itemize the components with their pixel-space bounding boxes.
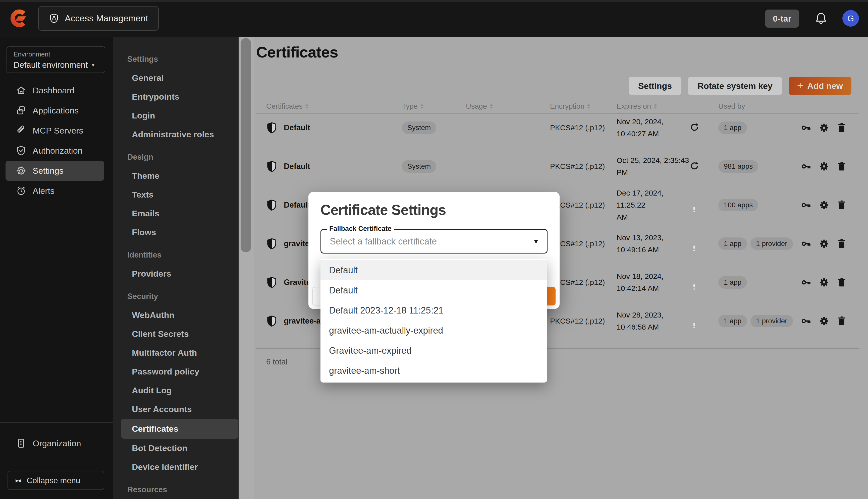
primary-sidebar: Environment Default environment ▾ Dashbo… (0, 37, 113, 499)
submenu-item-device-identifier[interactable]: Device Identifier (113, 458, 239, 476)
sidebar-item-alerts[interactable]: Alerts (0, 181, 113, 201)
trash-icon[interactable] (836, 200, 847, 210)
primary-nav: Dashboard Applications MCP Servers Autho… (0, 80, 113, 201)
renew-icon (689, 161, 699, 171)
add-new-button[interactable]: + Add new (788, 77, 852, 95)
key-icon[interactable] (801, 122, 812, 133)
fallback-certificate-select[interactable]: Fallback Certificate Select a fallback c… (321, 229, 547, 254)
product-name: Access Management (65, 13, 148, 23)
key-icon[interactable] (801, 316, 812, 326)
certificate-shield-icon (266, 161, 277, 172)
submenu-item-password-policy[interactable]: Password policy (113, 362, 239, 381)
gear-icon[interactable] (819, 239, 829, 249)
trash-icon[interactable] (836, 316, 847, 326)
option-default-dated[interactable]: Default 2023-12-18 11:25:21 (321, 301, 547, 320)
table-row[interactable]: Default System PKCS#12 (.p12) Oct 25, 20… (266, 147, 859, 186)
environment-selector[interactable]: Environment Default environment ▾ (7, 46, 105, 73)
expires-on: Nov 20, 2024,10:40:27 AM (617, 116, 689, 140)
sidebar-divider (0, 422, 113, 423)
product-switcher[interactable]: Access Management (38, 6, 159, 31)
sidebar-item-applications[interactable]: Applications (0, 100, 113, 121)
organization-icon (15, 438, 27, 449)
encryption-value: PKCS#12 (.p12) (550, 162, 617, 171)
submenu-item-flows[interactable]: Flows (113, 223, 239, 242)
submenu-item-general[interactable]: General (113, 69, 239, 87)
expires-on: Oct 25, 2024, 2:35:43PM (617, 154, 689, 179)
settings-button[interactable]: Settings (629, 77, 682, 95)
key-icon[interactable] (801, 200, 812, 210)
encryption-value: PKCS#12 (.p12) (550, 123, 617, 132)
option-gravitee-am-short[interactable]: gravitee-am-short (321, 361, 547, 381)
alarm-icon (15, 185, 27, 196)
encryption-value: PKCS#12 (.p12) (550, 278, 617, 287)
gear-icon[interactable] (819, 122, 829, 133)
submenu-item-entrypoints[interactable]: Entrypoints (113, 87, 239, 106)
sidebar-item-authorization[interactable]: Authorization (0, 141, 113, 161)
gear-icon[interactable] (819, 200, 829, 210)
expires-on: Nov 28, 2023,10:46:58 AM (617, 309, 689, 333)
option-default-2[interactable]: Default (321, 280, 547, 301)
select-placeholder: Select a fallback certificate (330, 236, 437, 247)
submenu-item-texts[interactable]: Texts (113, 185, 239, 204)
notifications-icon[interactable] (814, 12, 828, 25)
option-gravitee-am-actually-expired[interactable]: gravitee-am-actually-expired (321, 320, 547, 341)
trash-icon[interactable] (836, 277, 847, 288)
encryption-value: PKCS#12 (.p12) (550, 317, 617, 325)
certificate-shield-icon (266, 238, 277, 250)
certificate-name: Default (284, 162, 310, 171)
rotate-system-key-button[interactable]: Rotate system key (688, 77, 782, 95)
type-chip: System (402, 160, 436, 173)
sort-icon (587, 104, 590, 109)
submenu-item-providers[interactable]: Providers (113, 264, 239, 283)
fallback-certificate-options: Default Default Default 2023-12-18 11:25… (321, 258, 547, 382)
key-icon[interactable] (801, 277, 812, 288)
gear-icon[interactable] (819, 161, 829, 172)
key-icon[interactable] (801, 239, 812, 249)
submenu-item-emails[interactable]: Emails (113, 204, 239, 223)
certificate-shield-icon (266, 315, 277, 327)
gravitee-logo[interactable] (9, 8, 30, 29)
scrollbar-thumb[interactable] (241, 38, 251, 252)
submenu-item-administrative-roles[interactable]: Administrative roles (113, 125, 239, 144)
table-row[interactable]: Default System PKCS#12 (.p12) Nov 20, 20… (266, 108, 859, 147)
used-by-chip: 1 app (718, 315, 747, 327)
gear-icon[interactable] (819, 316, 829, 326)
submenu-item-theme[interactable]: Theme (113, 167, 239, 185)
collapse-menu-button[interactable]: ▸◂ Collapse menu (8, 471, 104, 490)
avatar[interactable]: G (842, 10, 859, 27)
org-badge[interactable]: 0-tar (765, 10, 799, 28)
trash-icon[interactable] (836, 239, 847, 249)
used-by-chip: 981 apps (718, 160, 758, 173)
expires-on: Nov 18, 2024,10:42:14 AM (617, 270, 689, 294)
sidebar-item-mcp-servers[interactable]: MCP Servers (0, 121, 113, 141)
select-caret-icon: ▼ (533, 238, 539, 245)
submenu-item-webauthn[interactable]: WebAuthn (113, 306, 239, 325)
submenu-item-bot-detection[interactable]: Bot Detection (113, 439, 239, 458)
key-icon[interactable] (801, 161, 812, 172)
used-by-chip: 1 app (718, 238, 747, 250)
sidebar-item-organization[interactable]: Organization (0, 433, 113, 453)
gear-icon[interactable] (819, 277, 829, 288)
submenu-item-audit-log[interactable]: Audit Log (113, 381, 239, 400)
sort-icon (490, 104, 493, 109)
submenu-item-user-accounts[interactable]: User Accounts (113, 400, 239, 419)
page-title: Certificates (256, 43, 338, 61)
submenu-item-multifactor-auth[interactable]: Multifactor Auth (113, 343, 239, 362)
submenu-item-certificates[interactable]: Certificates (121, 419, 238, 439)
nav-section-security: Security (113, 287, 239, 306)
trash-icon[interactable] (836, 161, 847, 172)
used-by-chip: 1 provider (750, 238, 793, 250)
option-gravitee-am-expired[interactable]: Gravitee-am-expired (321, 341, 547, 361)
scrollbar-track[interactable] (239, 37, 254, 499)
submenu-item-client-secrets[interactable]: Client Secrets (113, 325, 239, 343)
trash-icon[interactable] (836, 122, 847, 133)
sidebar-item-settings[interactable]: Settings (5, 161, 104, 181)
used-by-chip: 1 app (718, 121, 747, 134)
option-default[interactable]: Default (321, 260, 547, 280)
environment-label: Environment (14, 50, 105, 58)
expires-on: Dec 17, 2024, 11:25:22AM (617, 187, 689, 223)
chevron-down-icon: ▾ (92, 62, 94, 68)
submenu-item-login[interactable]: Login (113, 106, 239, 125)
type-chip: System (402, 121, 436, 134)
sidebar-item-dashboard[interactable]: Dashboard (0, 80, 113, 100)
